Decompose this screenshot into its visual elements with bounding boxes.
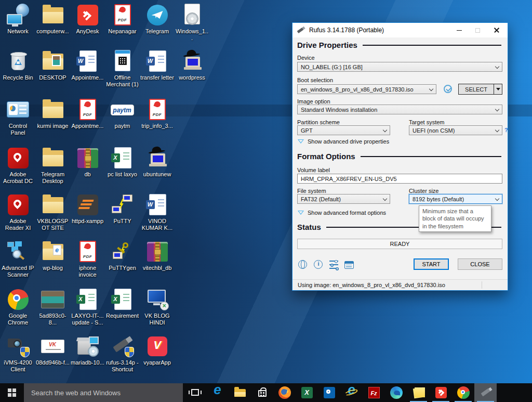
language-globe-icon[interactable] xyxy=(298,260,308,269)
target-system-select[interactable]: UEFI (non CSM) xyxy=(409,125,502,135)
volume-label-input[interactable]: HRM_CPRA_X86FREV_EN-US_DV5 xyxy=(297,174,502,184)
taskbar-icon-glyph xyxy=(479,386,493,399)
desktop-icon-cpanel[interactable]: Control Panel xyxy=(1,97,35,146)
device-label: Device xyxy=(297,55,315,61)
info-icon[interactable] xyxy=(314,260,323,269)
desktop-icon-glyph xyxy=(145,240,170,263)
partition-scheme-select[interactable]: GPT xyxy=(297,125,390,135)
desktop-icon-winrar[interactable]: db xyxy=(70,146,105,192)
close-button[interactable] xyxy=(488,23,506,37)
desktop-icon-glyph xyxy=(75,4,100,27)
desktop-icon-network[interactable]: Network xyxy=(1,3,35,49)
select-button[interactable]: SELECT xyxy=(458,84,502,95)
desktop-icon-telegram[interactable]: Telegram xyxy=(140,3,175,49)
desktop-icon-label: pc list laxyo xyxy=(108,171,137,178)
desktop-icon-word[interactable]: transfer letter xyxy=(140,49,175,97)
desktop-icon-word[interactable]: VINOD KUMAR K... xyxy=(140,192,175,239)
taskbar-icon-glyph xyxy=(457,386,470,399)
desktop-icon-usb[interactable]: rufus-3.14p - Shortcut xyxy=(105,334,140,382)
desktop-icon-photo[interactable]: 5ad893c0-8... xyxy=(35,287,70,334)
close-button-bottom[interactable]: CLOSE xyxy=(458,258,502,270)
desktop-icon-paytm[interactable]: paytm xyxy=(105,97,140,146)
taskbar-edgenew-icon[interactable] xyxy=(385,383,407,402)
taskbar-search-input[interactable]: Search the web and Windows xyxy=(24,383,183,402)
taskbar-taskview-icon[interactable] xyxy=(184,383,206,402)
desktop-icon-folder[interactable]: VKBLOGSPOT SITE xyxy=(35,192,70,239)
partition-scheme-label: Partition scheme xyxy=(297,119,340,125)
desktop-icon-hatpc[interactable]: ubuntunew xyxy=(140,146,175,192)
advanced-drive-properties-toggle[interactable]: Show advanced drive properties xyxy=(298,138,389,145)
advanced-format-options-toggle[interactable]: Show advanced format options xyxy=(298,210,386,216)
desktop-icon-qr[interactable]: Offline Merchant (1) xyxy=(105,49,140,97)
image-option-select[interactable]: Standard Windows installation xyxy=(297,105,502,114)
file-system-select[interactable]: FAT32 (Default) xyxy=(297,194,390,204)
desktop-icon-folder-photo[interactable]: DESKTOP xyxy=(35,49,70,97)
desktop-icon-excel[interactable]: LAXYO-IT-... update - S... xyxy=(70,287,105,334)
cluster-size-select[interactable]: 8192 bytes (Default) xyxy=(409,194,502,204)
desktop-icon-folder[interactable]: Telegram Desktop xyxy=(35,146,70,192)
maximize-button[interactable] xyxy=(469,23,486,37)
device-select[interactable]: NO_LABEL (G:) [16 GB] xyxy=(297,62,502,72)
desktop-icon-glyph xyxy=(75,240,100,263)
taskbar-firefox-icon[interactable] xyxy=(273,383,296,402)
window-title: Rufus 3.14.1788 (Portable) xyxy=(309,27,384,34)
desktop-icon-recycle[interactable]: Recycle Bin xyxy=(1,49,35,97)
desktop-icon-glyph xyxy=(145,193,170,216)
help-icon[interactable]: ? xyxy=(504,127,508,133)
desktop-icon-ivms[interactable]: iVMS-4200 Client xyxy=(1,334,35,382)
select-dropdown-arrow[interactable] xyxy=(494,84,502,95)
desktop-icon-anydesk[interactable]: AnyDesk xyxy=(70,3,105,49)
desktop-icon-puttygen[interactable]: PuTTYgen xyxy=(105,239,140,287)
desktop-icon-disc[interactable]: Windows_1... xyxy=(175,3,209,49)
desktop-icon-ipscan[interactable]: Advanced IP Scanner xyxy=(1,239,35,287)
desktop-icon-pdf[interactable]: Appointme... xyxy=(70,97,105,146)
desktop-icon-glyph xyxy=(6,98,31,121)
start-button[interactable]: START xyxy=(414,258,449,270)
taskbar: Search the web and Windows xyxy=(0,383,532,402)
minimize-button[interactable] xyxy=(450,23,468,37)
desktop-icon-folder[interactable]: kurmi image xyxy=(35,97,70,146)
desktop-icon-chrome[interactable]: Google Chrome xyxy=(1,287,35,334)
statusbar-divider xyxy=(482,281,482,289)
desktop-icon-word[interactable]: Appointme... xyxy=(70,49,105,97)
desktop-icon-acrobat[interactable]: Adobe Acrobat DC xyxy=(1,146,35,192)
desktop-icon-glyph xyxy=(145,50,170,73)
desktop-icon-pdf[interactable]: trip_info_3... xyxy=(140,97,175,146)
taskbar-store-icon[interactable] xyxy=(251,383,273,402)
desktop-icon-rdp[interactable]: VK BLOG HINDI xyxy=(140,287,175,334)
taskbar-outlook-icon[interactable] xyxy=(318,383,340,402)
taskbar-anydesk-icon[interactable] xyxy=(430,383,452,402)
log-icon[interactable] xyxy=(344,261,354,269)
start-button-taskbar[interactable] xyxy=(0,383,24,402)
desktop-icon-vkcard[interactable]: 08dd946b-f... xyxy=(35,334,70,382)
desktop-icon-mariadb[interactable]: mariadb-10... xyxy=(70,334,105,382)
boot-selection-select[interactable]: en_windows_8_pro_vl_x86_dvd_917830.iso xyxy=(297,84,436,94)
desktop-icon-pdf[interactable]: iphone invoice xyxy=(70,239,105,287)
settings-sliders-icon[interactable] xyxy=(329,261,338,269)
taskbar-filezilla-icon[interactable] xyxy=(363,383,385,402)
taskbar-ie-icon[interactable] xyxy=(340,383,363,402)
desktop-icon-vyapar[interactable]: vyaparApp xyxy=(140,334,175,382)
desktop-icon-label: DESKTOP xyxy=(39,74,66,81)
taskbar-rufus-icon[interactable] xyxy=(474,383,497,402)
taskbar-explorer-icon[interactable] xyxy=(229,383,251,402)
desktop-icon-label: vitechbl_db xyxy=(143,265,172,271)
desktop-icon-folder-e[interactable]: wp-blog xyxy=(35,239,70,287)
desktop-icon-pdf[interactable]: Nepanagar xyxy=(105,3,140,49)
taskbar-chrome-icon[interactable] xyxy=(452,383,474,402)
desktop-icon-label: Windows_1... xyxy=(175,28,209,41)
desktop-icon-acrobat[interactable]: Adobe Reader XI xyxy=(1,192,35,239)
desktop-icon-glyph xyxy=(6,50,31,73)
desktop-icon-winrar[interactable]: vitechbl_db xyxy=(140,239,175,287)
desktop-icon-label: 5ad893c0-8... xyxy=(36,313,70,326)
taskbar-edge-icon[interactable] xyxy=(206,383,229,402)
taskbar-excel-icon[interactable] xyxy=(296,383,318,402)
desktop-icon-sublime[interactable]: httpd-xampp xyxy=(70,192,105,239)
desktop-icon-folder[interactable]: computerw... xyxy=(35,3,70,49)
desktop-icon-hatpc[interactable]: wordpress xyxy=(175,49,209,97)
desktop-icon-putty[interactable]: PuTTY xyxy=(105,192,140,239)
desktop-icon-excel[interactable]: pc list laxyo xyxy=(105,146,140,192)
window-body: Drive Properties Device NO_LABEL (G:) [1… xyxy=(292,37,508,280)
desktop-icon-excel[interactable]: Requirement xyxy=(105,287,140,334)
taskbar-sticky-icon[interactable] xyxy=(407,383,430,402)
